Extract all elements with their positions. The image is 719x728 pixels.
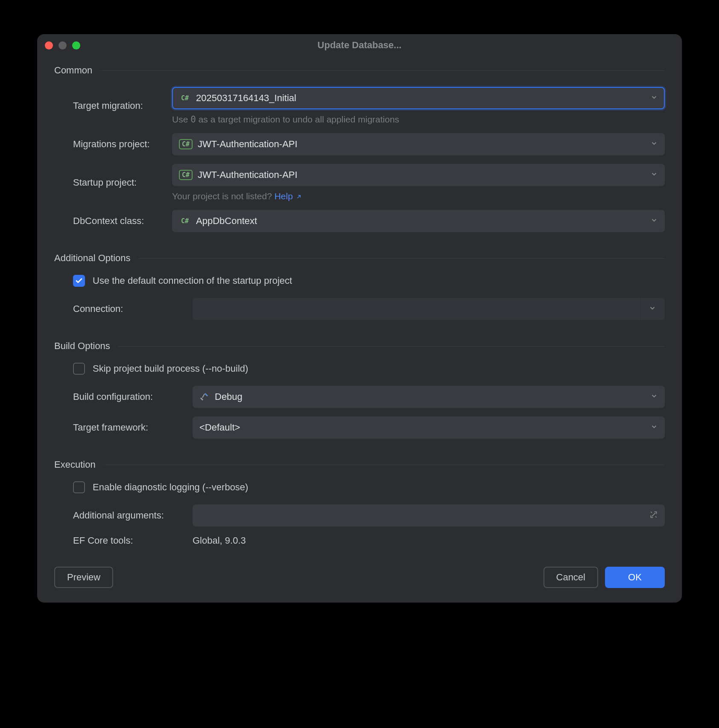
startup-project-dropdown[interactable]: C# JWT-Authentication-API <box>172 164 665 186</box>
dbcontext-label: DbContext class: <box>73 215 172 227</box>
connection-dropdown[interactable] <box>193 298 665 320</box>
skip-build-checkbox[interactable] <box>73 363 85 375</box>
chevron-down-icon <box>650 140 658 149</box>
use-default-connection-label: Use the default connection of the startu… <box>93 275 292 286</box>
section-execution: Execution Enable diagnostic logging (--v… <box>54 459 665 546</box>
chevron-down-icon <box>650 392 658 402</box>
additional-args-input[interactable] <box>193 504 665 527</box>
csharp-icon: C# <box>179 217 191 225</box>
build-config-value: Debug <box>215 391 650 402</box>
cancel-button[interactable]: Cancel <box>544 567 598 588</box>
target-migration-hint: Use 0 as a target migration to undo all … <box>172 114 665 125</box>
diagnostic-logging-label: Enable diagnostic logging (--verbose) <box>93 482 248 493</box>
preview-button[interactable]: Preview <box>54 567 113 588</box>
target-framework-dropdown[interactable]: <Default> <box>193 416 665 439</box>
startup-project-hint: Your project is not listed? Help <box>172 191 665 201</box>
section-common: Common Target migration: C# 202503171641… <box>54 65 665 232</box>
section-additional-title: Additional Options <box>54 253 665 264</box>
target-migration-value: 20250317164143_Initial <box>196 93 650 104</box>
ok-button[interactable]: OK <box>605 567 665 588</box>
connection-label: Connection: <box>73 303 193 314</box>
hammer-icon <box>199 392 210 402</box>
section-build-title: Build Options <box>54 341 665 352</box>
connection-dropdown-arrow[interactable] <box>640 299 664 319</box>
chevron-down-icon <box>650 216 658 226</box>
help-link[interactable]: Help <box>275 191 302 201</box>
target-migration-dropdown[interactable]: C# 20250317164143_Initial <box>172 87 665 109</box>
target-framework-value: <Default> <box>199 422 650 433</box>
chevron-down-icon <box>649 304 656 314</box>
chevron-down-icon <box>650 423 658 432</box>
dbcontext-value: AppDbContext <box>196 215 650 227</box>
minimize-window-button[interactable] <box>58 41 67 50</box>
target-migration-label: Target migration: <box>73 100 172 111</box>
svg-rect-0 <box>200 397 204 401</box>
migrations-project-dropdown[interactable]: C# JWT-Authentication-API <box>172 133 665 155</box>
diagnostic-logging-checkbox[interactable] <box>73 481 85 493</box>
skip-build-label: Skip project build process (--no-build) <box>93 363 248 374</box>
use-default-connection-checkbox[interactable] <box>73 275 85 287</box>
section-execution-title: Execution <box>54 459 665 470</box>
close-window-button[interactable] <box>45 41 53 50</box>
section-common-title: Common <box>54 65 665 76</box>
ef-tools-value: Global, 9.0.3 <box>193 535 665 546</box>
dialog-title: Update Database... <box>37 40 682 51</box>
build-config-dropdown[interactable]: Debug <box>193 386 665 408</box>
dbcontext-dropdown[interactable]: C# AppDbContext <box>172 210 665 232</box>
csharp-project-icon: C# <box>179 170 193 180</box>
additional-args-label: Additional arguments: <box>73 510 193 521</box>
csharp-icon: C# <box>179 94 191 102</box>
chevron-down-icon <box>650 170 658 180</box>
csharp-project-icon: C# <box>179 139 193 149</box>
migrations-project-label: Migrations project: <box>73 139 172 150</box>
section-additional: Additional Options Use the default conne… <box>54 253 665 320</box>
startup-project-value: JWT-Authentication-API <box>198 169 650 181</box>
dialog-footer: Preview Cancel OK <box>37 567 682 603</box>
startup-project-label: Startup project: <box>73 177 172 188</box>
window-controls <box>45 41 80 50</box>
chevron-down-icon <box>650 93 658 103</box>
migrations-project-value: JWT-Authentication-API <box>198 139 650 150</box>
section-build: Build Options Skip project build process… <box>54 341 665 439</box>
build-config-label: Build configuration: <box>73 391 193 402</box>
ef-tools-label: EF Core tools: <box>73 535 193 546</box>
expand-icon[interactable] <box>649 510 658 521</box>
update-database-dialog: Update Database... Common Target migrati… <box>37 34 682 603</box>
target-framework-label: Target framework: <box>73 422 193 433</box>
titlebar: Update Database... <box>37 34 682 56</box>
maximize-window-button[interactable] <box>72 41 80 50</box>
